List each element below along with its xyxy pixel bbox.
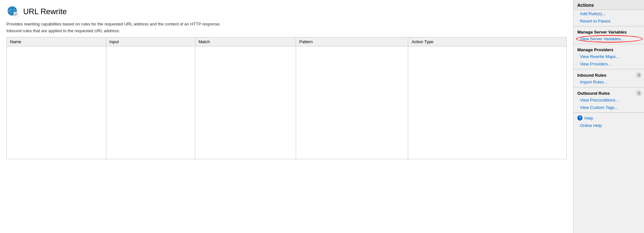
svg-rect-6 — [14, 14, 17, 15]
svg-rect-5 — [14, 13, 17, 14]
page-description1: Provides rewriting capabilities based on… — [6, 21, 567, 27]
view-preconditions-link[interactable]: View Preconditions... — [573, 96, 644, 104]
col-action-type: Action Type — [408, 37, 567, 46]
help-icon: ? — [577, 115, 582, 121]
actions-panel: Actions Add Rule(s)... Revert to Parent … — [573, 0, 644, 233]
svg-rect-7 — [14, 15, 16, 16]
help-row: ? Help — [573, 114, 644, 122]
outbound-rules-collapse-icon[interactable]: ∧ — [636, 91, 641, 96]
manage-server-variables-section: Manage Server Variables — [573, 28, 644, 35]
rules-table: Name Input Match Pattern Action Type — [6, 37, 567, 159]
url-rewrite-icon — [6, 5, 19, 18]
col-pattern: Pattern — [296, 37, 408, 46]
page-header: URL Rewrite — [6, 5, 567, 18]
manage-providers-section: Manage Providers — [573, 45, 644, 53]
page-title: URL Rewrite — [23, 7, 67, 16]
page-description2: Inbound rules that are applied to the re… — [6, 28, 567, 33]
col-match: Match — [195, 37, 296, 46]
divider-2 — [573, 44, 644, 44]
divider-1 — [573, 26, 644, 26]
table-empty-row — [7, 46, 567, 159]
inbound-rules-section: Inbound Rules ∧ — [573, 71, 644, 78]
table-header-row: Name Input Match Pattern Action Type — [7, 37, 567, 46]
revert-to-parent-link[interactable]: Revert to Parent — [573, 17, 644, 25]
help-link[interactable]: Help — [584, 116, 593, 121]
add-rules-link[interactable]: Add Rule(s)... — [573, 10, 644, 17]
view-rewrite-maps-link[interactable]: View Rewrite Maps... — [573, 53, 644, 60]
col-name: Name — [7, 37, 106, 46]
view-providers-link[interactable]: View Providers... — [573, 60, 644, 68]
inbound-rules-collapse-icon[interactable]: ∧ — [636, 73, 641, 78]
outbound-rules-section: Outbound Rules ∧ — [573, 89, 644, 96]
import-rules-link[interactable]: Import Rules... — [573, 78, 644, 86]
view-custom-tags-link[interactable]: View Custom Tags... — [573, 104, 644, 111]
view-server-variables-link[interactable]: View Server Variables... — [573, 35, 644, 43]
actions-title: Actions — [573, 0, 644, 10]
divider-4 — [573, 87, 644, 87]
divider-5 — [573, 112, 644, 113]
online-help-link[interactable]: Online Help — [573, 122, 644, 129]
main-content: URL Rewrite Provides rewriting capabilit… — [0, 0, 573, 233]
col-input: Input — [106, 37, 195, 46]
divider-3 — [573, 69, 644, 69]
svg-rect-4 — [14, 12, 18, 17]
